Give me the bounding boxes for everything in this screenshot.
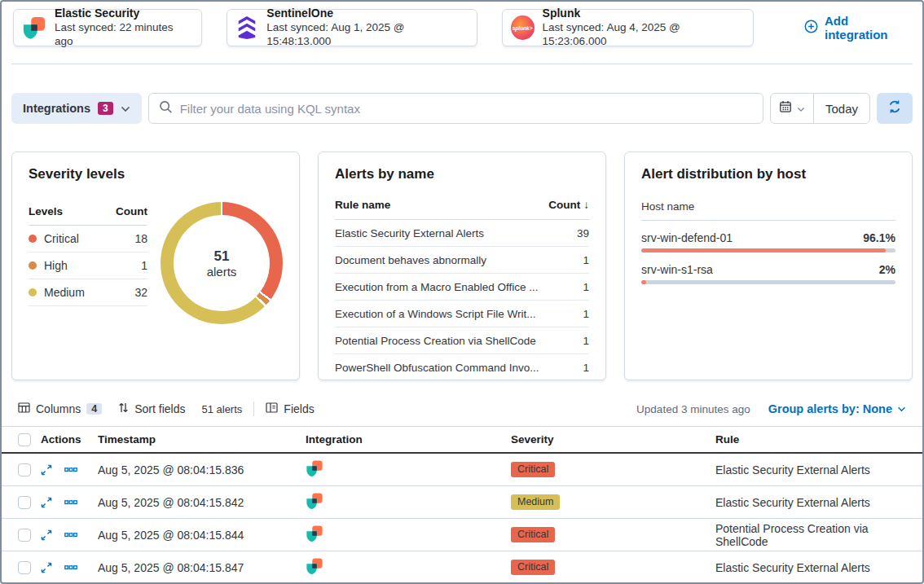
alert-timestamp: Aug 5, 2025 @ 08:04:15.836 bbox=[98, 463, 306, 476]
elastic-security-icon bbox=[306, 459, 323, 477]
search-icon bbox=[159, 100, 173, 117]
add-integration-button[interactable]: Add integration bbox=[804, 14, 911, 42]
panel-title: Severity levels bbox=[29, 166, 283, 182]
column-header-integration[interactable]: Integration bbox=[306, 433, 511, 446]
card-last-synced: Last synced: 22 minutes ago bbox=[55, 21, 188, 49]
card-title: Elastic Security bbox=[55, 7, 188, 21]
column-header-severity[interactable]: Severity bbox=[511, 433, 715, 446]
alerts-by-name-panel: Alerts by name Rule name Count ↓ Elastic… bbox=[318, 151, 606, 380]
column-header-timestamp[interactable]: Timestamp bbox=[98, 433, 306, 446]
severity-badge: Medium bbox=[511, 494, 560, 510]
select-all-checkbox[interactable] bbox=[18, 433, 31, 446]
sort-desc-arrow-icon: ↓ bbox=[583, 199, 589, 211]
elastic-security-logo-icon bbox=[22, 15, 46, 40]
host-name-column-header: Host name bbox=[641, 200, 895, 221]
alerts-table-toolbar: Columns 4 Sort fields 51 alerts Fields U… bbox=[2, 402, 922, 427]
host-distribution-row[interactable]: srv-win-s1-rsa 2% bbox=[641, 263, 895, 284]
alerts-count-label: 51 alerts bbox=[201, 403, 242, 415]
more-actions-icon[interactable] bbox=[64, 565, 77, 570]
chevron-down-icon bbox=[121, 102, 130, 115]
column-header-rule[interactable]: Rule bbox=[715, 433, 922, 446]
severity-levels-panel: Severity levels Levels Count Critical 18… bbox=[11, 151, 300, 380]
elastic-security-icon bbox=[306, 492, 323, 510]
table-grid-icon bbox=[18, 402, 30, 416]
alert-rule: Potential Process Creation via ShellCode bbox=[715, 522, 922, 548]
integration-card-sentinelone[interactable]: SentinelOne Last synced: Aug 1, 2025 @ 1… bbox=[227, 9, 477, 46]
integration-card-splunk[interactable]: splunk> Splunk Last synced: Aug 4, 2025 … bbox=[502, 9, 754, 46]
card-title: SentinelOne bbox=[266, 7, 463, 21]
toolbar-divider bbox=[253, 402, 254, 416]
integration-cell bbox=[306, 459, 511, 480]
search-placeholder: Filter your data using KQL syntax bbox=[180, 102, 360, 116]
alert-rule: Elastic Security External Alerts bbox=[715, 496, 922, 509]
row-checkbox[interactable] bbox=[18, 561, 31, 574]
chevron-down-icon bbox=[897, 406, 906, 412]
integration-cell bbox=[306, 557, 511, 577]
expand-alert-icon[interactable] bbox=[41, 497, 52, 508]
rule-count-row[interactable]: Execution of a Windows Script File Writ.… bbox=[335, 301, 589, 327]
row-checkbox[interactable] bbox=[18, 463, 31, 476]
date-range-today-button[interactable]: Today bbox=[814, 94, 869, 123]
row-checkbox[interactable] bbox=[18, 529, 31, 542]
critical-dot-icon bbox=[29, 235, 37, 243]
count-column-header[interactable]: Count ↓ bbox=[548, 199, 589, 211]
fields-icon bbox=[266, 402, 278, 416]
sentinelone-logo-icon bbox=[235, 16, 258, 39]
section-divider bbox=[11, 64, 913, 64]
alert-row[interactable]: Aug 5, 2025 @ 08:04:15.836 Critical Elas… bbox=[2, 454, 922, 486]
alert-distribution-by-host-panel: Alert distribution by host Host name srv… bbox=[624, 151, 913, 380]
sort-fields-button[interactable]: Sort fields bbox=[118, 402, 185, 416]
column-header-actions[interactable]: Actions bbox=[41, 433, 98, 446]
group-alerts-by-button[interactable]: Group alerts by: None bbox=[768, 402, 906, 415]
severity-badge: Critical bbox=[511, 560, 555, 575]
more-actions-icon[interactable] bbox=[64, 500, 77, 505]
legend-row-critical[interactable]: Critical 18 bbox=[29, 226, 147, 252]
integration-cards-row: Elastic Security Last synced: 22 minutes… bbox=[2, 2, 922, 46]
rule-count-row[interactable]: PowerShell Obfuscation Command Invo...1 bbox=[335, 354, 589, 371]
refresh-button[interactable] bbox=[877, 93, 913, 124]
host-percentage: 96.1% bbox=[863, 231, 895, 244]
expand-alert-icon[interactable] bbox=[41, 529, 52, 541]
expand-alert-icon[interactable] bbox=[41, 562, 52, 573]
more-actions-icon[interactable] bbox=[64, 468, 77, 472]
alert-row[interactable]: Aug 5, 2025 @ 08:04:15.844 Critical Pote… bbox=[2, 519, 922, 551]
rule-count-row[interactable]: Execution from a Macro Enabled Office ..… bbox=[335, 274, 589, 301]
alert-row[interactable]: Aug 5, 2025 @ 08:04:15.847 Critical Elas… bbox=[2, 551, 922, 584]
row-checkbox[interactable] bbox=[18, 496, 31, 509]
rule-count-row[interactable]: Document behaves abnormally1 bbox=[335, 247, 589, 274]
severity-donut-chart[interactable]: 51 alerts bbox=[161, 202, 283, 324]
chevron-down-icon bbox=[797, 101, 805, 116]
calendar-icon bbox=[779, 100, 792, 116]
more-actions-icon[interactable] bbox=[64, 533, 77, 538]
fields-button[interactable]: Fields bbox=[266, 402, 314, 416]
host-distribution-row[interactable]: srv-win-defend-01 96.1% bbox=[641, 231, 895, 252]
legend-row-medium[interactable]: Medium 32 bbox=[29, 279, 147, 306]
alert-timestamp: Aug 5, 2025 @ 08:04:15.847 bbox=[98, 561, 306, 574]
alert-rule: Elastic Security External Alerts bbox=[715, 463, 922, 476]
alert-row[interactable]: Aug 5, 2025 @ 08:04:15.842 Medium Elasti… bbox=[2, 486, 922, 519]
columns-count-badge: 4 bbox=[86, 403, 102, 415]
sort-arrows-icon bbox=[118, 402, 129, 416]
filter-bar: Integrations 3 Filter your data using KQ… bbox=[11, 93, 913, 124]
severity-badge: Critical bbox=[511, 527, 555, 542]
integration-card-elastic-security[interactable]: Elastic Security Last synced: 22 minutes… bbox=[13, 9, 202, 46]
integrations-filter-button[interactable]: Integrations 3 bbox=[11, 93, 142, 124]
elastic-security-icon bbox=[306, 557, 323, 575]
columns-button[interactable]: Columns 4 bbox=[18, 402, 102, 416]
medium-dot-icon bbox=[29, 288, 37, 296]
splunk-logo-icon: splunk> bbox=[511, 15, 535, 40]
date-quick-select-button[interactable] bbox=[771, 94, 814, 123]
rule-count-row[interactable]: Potential Process Creation via ShellCode… bbox=[335, 327, 589, 354]
integration-cell bbox=[306, 525, 511, 545]
panel-title: Alerts by name bbox=[335, 166, 589, 182]
donut-total-value: 51 bbox=[214, 248, 230, 265]
legend-row-high[interactable]: High 1 bbox=[29, 252, 147, 279]
integrations-count-badge: 3 bbox=[98, 102, 113, 115]
alert-timestamp: Aug 5, 2025 @ 08:04:15.844 bbox=[98, 529, 306, 542]
severity-badge: Critical bbox=[511, 462, 555, 477]
rule-name-column-header[interactable]: Rule name bbox=[335, 199, 390, 211]
expand-alert-icon[interactable] bbox=[41, 464, 52, 476]
kql-search-input[interactable]: Filter your data using KQL syntax bbox=[148, 93, 763, 124]
rule-count-row[interactable]: Elastic Security External Alerts39 bbox=[335, 220, 589, 247]
host-name: srv-win-defend-01 bbox=[641, 231, 733, 244]
